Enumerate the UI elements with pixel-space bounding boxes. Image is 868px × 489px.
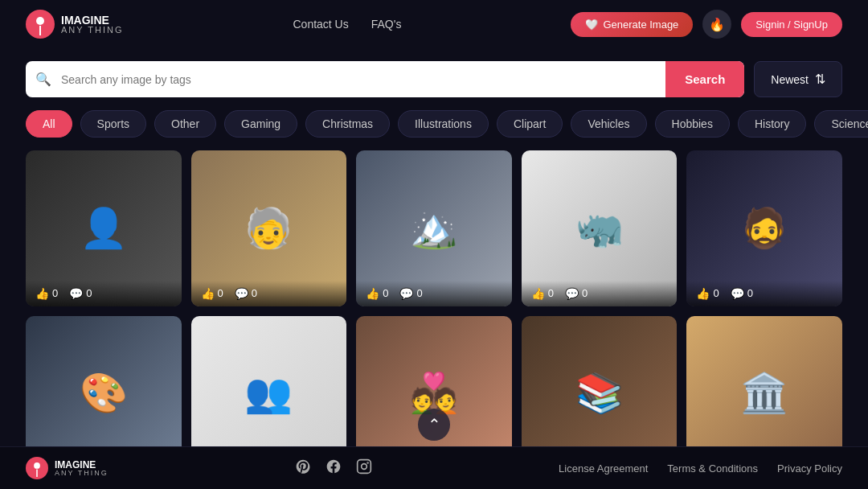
tab-science[interactable]: Science <box>814 110 868 138</box>
tab-clipart[interactable]: Clipart <box>497 110 563 138</box>
search-button[interactable]: Search <box>665 61 744 97</box>
fire-icon: 🔥 <box>709 17 725 32</box>
image-card-img1[interactable]: 👤 👍 0 💬 0 <box>26 150 182 306</box>
pinterest-icon[interactable] <box>295 458 311 479</box>
like-count: 0 <box>52 287 58 299</box>
generate-label: Generate Image <box>603 18 678 31</box>
comment-count: 0 <box>582 287 588 299</box>
footer-logo-line2: ANY THING <box>55 470 108 477</box>
comment-icon: 💬 <box>69 287 83 300</box>
image-card-img2[interactable]: 🧓 👍 0 💬 0 <box>191 150 347 306</box>
comment-stat: 💬 0 <box>731 287 753 300</box>
fire-button[interactable]: 🔥 <box>702 10 731 39</box>
comment-count: 0 <box>416 287 422 299</box>
nav-contact[interactable]: Contact Us <box>293 18 348 31</box>
footer-logo-icon <box>26 457 48 479</box>
tab-illustrations[interactable]: Illustrations <box>398 110 489 138</box>
like-count: 0 <box>383 287 388 299</box>
scroll-top-button[interactable]: ⌃ <box>418 409 450 441</box>
comment-icon: 💬 <box>399 287 413 300</box>
like-icon: 👍 <box>531 287 545 300</box>
search-icon-wrap: 🔍 <box>26 72 61 87</box>
image-card-img5[interactable]: 🧔 👍 0 💬 0 <box>686 150 842 306</box>
svg-rect-4 <box>358 459 371 473</box>
footer-logo-line1: IMAGINE <box>55 460 108 470</box>
like-stat: 👍 0 <box>35 287 58 300</box>
like-stat: 👍 0 <box>531 287 554 300</box>
tab-all[interactable]: All <box>26 110 72 138</box>
signin-button[interactable]: Signin / SignUp <box>741 12 842 37</box>
like-icon: 👍 <box>696 287 710 300</box>
privacy-link[interactable]: Privacy Policy <box>777 462 842 475</box>
svg-point-6 <box>367 462 368 463</box>
instagram-icon[interactable] <box>356 458 372 479</box>
like-icon: 👍 <box>201 287 215 300</box>
tab-hobbies[interactable]: Hobbies <box>655 110 730 138</box>
tab-sports[interactable]: Sports <box>80 110 146 138</box>
category-tabs: AllSportsOtherGamingChristmasIllustratio… <box>0 110 868 150</box>
tab-christmas[interactable]: Christmas <box>305 110 390 138</box>
like-count: 0 <box>713 287 719 299</box>
footer-social <box>295 458 372 479</box>
card-overlay: 👍 0 💬 0 <box>26 281 182 306</box>
search-box: 🔍 Search <box>26 61 744 97</box>
heart-icon: 🤍 <box>585 18 598 31</box>
search-input[interactable] <box>61 62 665 97</box>
comment-icon: 💬 <box>731 287 744 300</box>
chevron-up-icon: ⌃ <box>428 415 441 434</box>
tab-other[interactable]: Other <box>154 110 216 138</box>
logo-line1: IMAGINE <box>61 14 124 26</box>
svg-point-3 <box>34 462 40 469</box>
comment-stat: 💬 0 <box>69 287 92 300</box>
like-count: 0 <box>218 287 223 299</box>
card-overlay: 👍 0 💬 0 <box>686 281 842 306</box>
svg-point-1 <box>36 17 44 25</box>
card-overlay: 👍 0 💬 0 <box>522 281 678 306</box>
facebook-icon[interactable] <box>326 458 342 479</box>
search-sort-row: 🔍 Search Newest ⇅ <box>26 61 842 97</box>
card-overlay: 👍 0 💬 0 <box>191 281 347 306</box>
like-stat: 👍 0 <box>366 287 388 300</box>
terms-link[interactable]: Terms & Conditions <box>667 462 758 475</box>
like-count: 0 <box>548 287 554 299</box>
image-card-img3[interactable]: 🏔️ 👍 0 💬 0 <box>356 150 512 306</box>
like-icon: 👍 <box>366 287 379 300</box>
comment-count: 0 <box>252 287 257 299</box>
generate-button[interactable]: 🤍 Generate Image <box>571 12 693 37</box>
comment-icon: 💬 <box>235 287 248 300</box>
logo-line2: ANY THING <box>61 26 124 35</box>
tab-history[interactable]: History <box>738 110 807 138</box>
nav-faq[interactable]: FAQ's <box>371 18 402 31</box>
sort-button[interactable]: Newest ⇅ <box>754 61 842 97</box>
tab-vehicles[interactable]: Vehicles <box>571 110 646 138</box>
footer-logo: IMAGINE ANY THING <box>26 457 108 479</box>
logo-icon <box>26 10 55 39</box>
comment-stat: 💬 0 <box>399 287 422 300</box>
main-nav: Contact Us FAQ's <box>293 18 401 31</box>
logo[interactable]: IMAGINE ANY THING <box>26 10 124 39</box>
comment-count: 0 <box>747 287 753 299</box>
like-stat: 👍 0 <box>696 287 719 300</box>
comment-stat: 💬 0 <box>235 287 257 300</box>
comment-count: 0 <box>86 287 92 299</box>
sort-icon: ⇅ <box>815 72 825 87</box>
header: IMAGINE ANY THING Contact Us FAQ's 🤍 Gen… <box>0 0 868 48</box>
comment-icon: 💬 <box>565 287 579 300</box>
footer-links: License Agreement Terms & Conditions Pri… <box>559 462 842 475</box>
comment-stat: 💬 0 <box>565 287 588 300</box>
search-icon: 🔍 <box>35 72 51 86</box>
like-icon: 👍 <box>35 287 49 300</box>
sort-label: Newest <box>771 73 809 86</box>
footer: IMAGINE ANY THING License Agreement Term… <box>0 446 868 489</box>
license-link[interactable]: License Agreement <box>559 462 648 475</box>
like-stat: 👍 0 <box>201 287 223 300</box>
svg-point-5 <box>362 463 367 469</box>
tab-gaming[interactable]: Gaming <box>224 110 297 138</box>
card-overlay: 👍 0 💬 0 <box>356 281 512 306</box>
header-actions: 🤍 Generate Image 🔥 Signin / SignUp <box>571 10 842 39</box>
image-card-img4[interactable]: 🦏 👍 0 💬 0 <box>522 150 678 306</box>
